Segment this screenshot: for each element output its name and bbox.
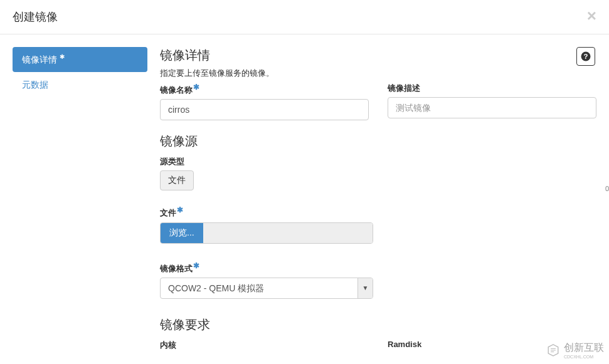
required-asterisk-icon: ✱ xyxy=(193,83,199,91)
browse-button[interactable]: 浏览... xyxy=(161,223,203,243)
form-row-kernel-ramdisk: 内核 选择一个镜像 ▼ Ramdisk xyxy=(160,340,596,351)
source-type-button[interactable]: 文件 xyxy=(160,170,194,190)
help-icon: ? xyxy=(580,51,591,62)
watermark: 创新互联 CDCXHL.COM xyxy=(545,341,604,359)
svg-text:?: ? xyxy=(584,53,588,60)
format-select-wrapper: QCOW2 - QEMU 模拟器 ▼ xyxy=(160,278,373,299)
image-format-label: 镜像格式✱ xyxy=(160,261,596,274)
kernel-label: 内核 xyxy=(160,340,369,351)
image-format-select[interactable]: QCOW2 - QEMU 模拟器 xyxy=(160,278,373,299)
main-content: ? 镜像详情 指定要上传至镜像服务的镜像。 镜像名称✱ 镜像描述 镜像源 源类型… xyxy=(147,47,596,351)
form-row-name-desc: 镜像名称✱ 镜像描述 xyxy=(160,83,596,120)
section-title-details: 镜像详情 xyxy=(160,47,596,64)
nav-item-label: 元数据 xyxy=(22,80,48,90)
watermark-text: 创新互联 xyxy=(564,342,604,353)
modal-title: 创建镜像 xyxy=(13,9,596,24)
section-title-source: 镜像源 xyxy=(160,133,596,150)
nav-item-metadata[interactable]: 元数据 xyxy=(13,73,147,97)
watermark-logo-icon xyxy=(545,342,561,358)
file-label: 文件✱ xyxy=(160,205,596,219)
close-button[interactable]: × xyxy=(587,8,596,24)
section-subtitle: 指定要上传至镜像服务的镜像。 xyxy=(160,68,596,79)
sidebar: 镜像详情 ✱ 元数据 xyxy=(13,47,147,351)
file-upload: 浏览... xyxy=(160,222,373,244)
source-type-label: 源类型 xyxy=(160,156,596,167)
image-desc-input[interactable] xyxy=(388,97,596,118)
form-group-desc: 镜像描述 xyxy=(388,83,596,120)
modal-body: 镜像详情 ✱ 元数据 ? 镜像详情 指定要上传至镜像服务的镜像。 镜像名称✱ 镜… xyxy=(0,34,609,364)
modal-header: 创建镜像 × xyxy=(0,0,609,34)
required-asterisk-icon: ✱ xyxy=(193,261,199,270)
file-path-display xyxy=(203,223,373,243)
nav-item-image-details[interactable]: 镜像详情 ✱ xyxy=(13,47,147,72)
watermark-subtext: CDCXHL.COM xyxy=(564,355,604,359)
form-group-name: 镜像名称✱ xyxy=(160,83,369,120)
form-group-kernel: 内核 选择一个镜像 ▼ xyxy=(160,340,369,351)
required-asterisk-icon: ✱ xyxy=(177,205,183,214)
required-asterisk-icon: ✱ xyxy=(60,53,65,60)
nav-item-label: 镜像详情 xyxy=(22,55,57,65)
image-name-input[interactable] xyxy=(160,99,369,120)
section-title-requirements: 镜像要求 xyxy=(160,316,596,333)
image-name-label: 镜像名称✱ xyxy=(160,83,369,96)
help-button[interactable]: ? xyxy=(576,47,595,66)
image-desc-label: 镜像描述 xyxy=(388,83,596,94)
side-marker: 0 xyxy=(605,185,609,192)
